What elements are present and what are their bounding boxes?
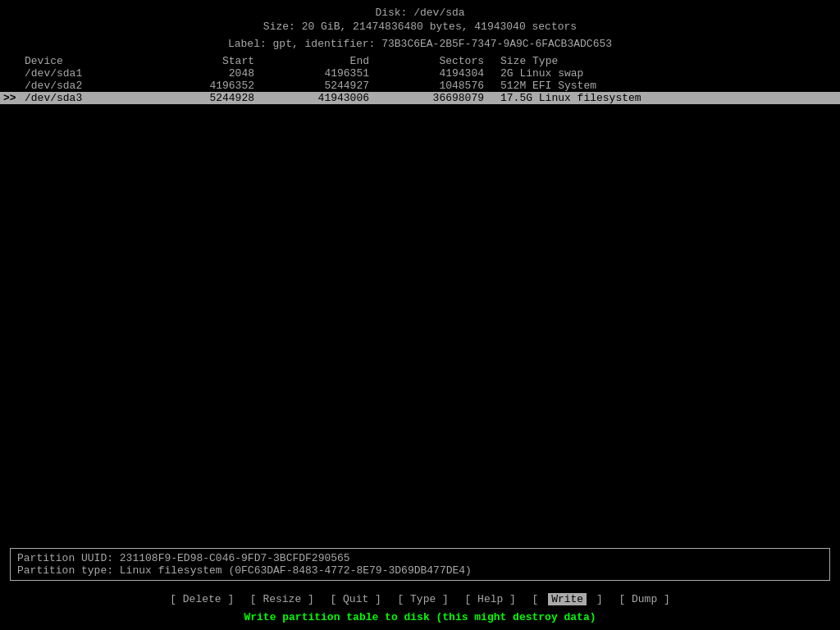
disk-title: Disk: /dev/sda bbox=[0, 7, 840, 19]
disk-label-line: Label: gpt, identifier: 73B3C6EA-2B5F-73… bbox=[0, 38, 840, 50]
button-bar: [ Delete ] [ Resize ] [ Quit ] [ Type ] … bbox=[0, 593, 840, 605]
bottom-message-text: Write partition table to disk (this migh… bbox=[244, 611, 596, 623]
bottom-message: Write partition table to disk (this migh… bbox=[0, 611, 840, 623]
sectors-sda3: 36698079 bbox=[369, 92, 484, 104]
table-row[interactable]: /dev/sda2 4196352 5244927 1048576 512M E… bbox=[0, 80, 840, 92]
device-sda3: /dev/sda3 bbox=[25, 92, 139, 104]
col-header-end: End bbox=[254, 55, 369, 67]
disk-size-text: Size: 20 GiB, 21474836480 bytes, 4194304… bbox=[263, 21, 577, 33]
size-type-sda3: 17.5G Linux filesystem bbox=[484, 92, 837, 104]
marker-header bbox=[3, 55, 25, 67]
row-marker-sda3: >> bbox=[3, 92, 25, 104]
device-sda1: /dev/sda1 bbox=[25, 67, 139, 80]
col-header-start: Start bbox=[139, 55, 254, 67]
quit-button[interactable]: [ Quit ] bbox=[330, 593, 381, 605]
size-type-sda2: 512M EFI System bbox=[484, 80, 837, 92]
disk-size-line: Size: 20 GiB, 21474836480 bytes, 4194304… bbox=[0, 21, 840, 33]
device-sda2: /dev/sda2 bbox=[25, 80, 139, 92]
row-marker-sda1 bbox=[3, 67, 25, 80]
table-row[interactable]: /dev/sda1 2048 4196351 4194304 2G Linux … bbox=[0, 67, 840, 80]
start-sda2: 4196352 bbox=[139, 80, 254, 92]
resize-button[interactable]: [ Resize ] bbox=[250, 593, 314, 605]
row-marker-sda2 bbox=[3, 80, 25, 92]
col-header-size-type: Size Type bbox=[484, 55, 837, 67]
partition-info-panel: Partition UUID: 231108F9-ED98-C046-9FD7-… bbox=[10, 548, 830, 581]
type-button[interactable]: [ Type ] bbox=[397, 593, 448, 605]
end-sda3: 41943006 bbox=[254, 92, 369, 104]
end-sda2: 5244927 bbox=[254, 80, 369, 92]
start-sda1: 2048 bbox=[139, 67, 254, 80]
write-button-bracket-open: [ bbox=[532, 593, 546, 605]
delete-button[interactable]: [ Delete ] bbox=[170, 593, 234, 605]
start-sda3: 5244928 bbox=[139, 92, 254, 104]
partition-table: Device Start End Sectors Size Type /dev/… bbox=[0, 55, 840, 104]
dump-button[interactable]: [ Dump ] bbox=[619, 593, 669, 605]
col-header-size: Size bbox=[500, 55, 526, 67]
col-header-sectors: Sectors bbox=[369, 55, 484, 67]
help-button[interactable]: [ Help ] bbox=[465, 593, 516, 605]
table-header: Device Start End Sectors Size Type bbox=[0, 55, 840, 67]
sectors-sda2: 1048576 bbox=[369, 80, 484, 92]
type-line: Partition type: Linux filesystem (0FC63D… bbox=[17, 564, 823, 577]
disk-title-text: Disk: /dev/sda bbox=[375, 7, 464, 19]
sectors-sda1: 4194304 bbox=[369, 67, 484, 80]
uuid-line: Partition UUID: 231108F9-ED98-C046-9FD7-… bbox=[17, 552, 823, 564]
size-type-sda1: 2G Linux swap bbox=[484, 67, 837, 80]
write-button[interactable]: Write bbox=[548, 593, 587, 605]
disk-label-text: Label: gpt, identifier: 73B3C6EA-2B5F-73… bbox=[228, 38, 612, 50]
table-row[interactable]: >> /dev/sda3 5244928 41943006 36698079 1… bbox=[0, 92, 840, 104]
end-sda1: 4196351 bbox=[254, 67, 369, 80]
col-header-device: Device bbox=[25, 55, 139, 67]
col-header-type: Type bbox=[532, 55, 558, 67]
write-button-bracket-close: ] bbox=[590, 593, 603, 605]
